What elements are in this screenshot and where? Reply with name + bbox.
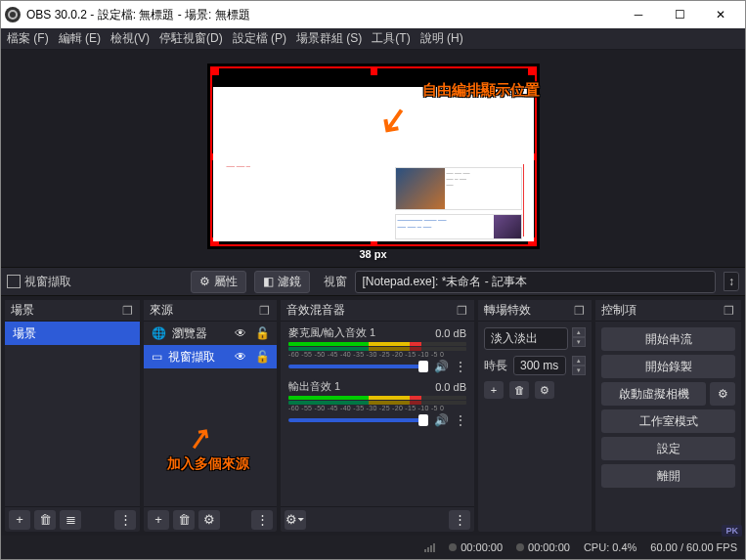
menu-edit[interactable]: 編輯 (E) [59,30,101,47]
volume-slider[interactable] [288,418,428,422]
channel-more-button[interactable]: ⋮ [455,360,466,373]
vu-meter [288,342,466,346]
scenes-dock: 場景❐ 場景 + 🗑 ≣ ⋮ [5,300,140,532]
mixer-title: 音效混音器 [286,302,345,319]
preview-area[interactable]: 38 px ── ── ─ ── ── ──── ─ ──── ────── ─… [1,50,745,267]
delete-source-button[interactable]: 🗑 [173,510,195,530]
start-virtualcam-button[interactable]: 啟動虛擬相機 [601,382,706,406]
channel-more-button[interactable]: ⋮ [455,413,466,427]
menu-file[interactable]: 檔案 (F) [7,30,49,47]
transition-select-spin[interactable]: ▴▾ [572,327,586,350]
source-item-browser[interactable]: 🌐 瀏覽器 👁 🔓 [144,322,277,345]
mixer-advanced-button[interactable]: ⚙⏷ [285,510,306,530]
duration-input[interactable]: 300 ms [513,356,566,375]
lock-toggle[interactable]: 🔓 [255,326,269,340]
mixer-dock: 音效混音器❐ 麥克風/輸入音效 10.0 dB -60 -55 -50 -45 … [281,300,474,532]
mixer-more-button[interactable]: ⋮ [449,510,470,530]
duration-label: 時長 [484,358,507,374]
captured-text: ── ── ─ [227,163,251,169]
transitions-title: 轉場特效 [484,302,531,319]
menu-profile[interactable]: 設定檔 (P) [233,30,286,47]
titlebar[interactable]: OBS 30.0.2 - 設定檔: 無標題 - 場景: 無標題 ─ ☐ ✕ [1,1,745,28]
vu-meter [288,396,466,400]
mixer-channel-mic: 麥克風/輸入音效 10.0 dB -60 -55 -50 -45 -40 -35… [281,322,474,375]
speaker-icon[interactable]: 🔊 [434,360,449,373]
start-streaming-button[interactable]: 開始串流 [601,327,735,351]
scene-more-button[interactable]: ⋮ [114,510,136,530]
selected-source-name: 視窗擷取 [24,274,71,290]
delete-transition-button[interactable]: 🗑 [509,381,529,399]
live-dot-icon [449,543,457,551]
network-icon [424,542,435,552]
mixer-channel-desktop: 輸出音效 10.0 dB -60 -55 -50 -45 -40 -35 -30… [281,375,474,429]
visibility-toggle[interactable]: 👁 [232,326,249,340]
channel-db: 0.0 dB [435,327,466,339]
resize-handle-tm[interactable] [371,68,377,75]
channel-db: 0.0 dB [435,381,466,393]
cpu-usage: CPU: 0.4% [584,541,636,553]
transitions-dock: 轉場特效❐ 淡入淡出 ▴▾ 時長 300 ms ▴▾ + 🗑 ⚙ [478,300,592,532]
popout-icon[interactable]: ❐ [120,304,134,318]
captured-divider [523,164,524,237]
sources-dock: 來源❐ 🌐 瀏覽器 👁 🔓 ▭ 視窗擷取 👁 🔓 加入多個來源 + [144,300,277,532]
meter-ticks: -60 -55 -50 -45 -40 -35 -30 -25 -20 -15 … [288,405,466,411]
annotation-arrow-icon [187,422,221,456]
source-properties-button[interactable]: ⚙ [198,510,220,530]
menu-dock[interactable]: 停駐視窗(D) [159,30,223,47]
visibility-toggle[interactable]: 👁 [232,350,249,364]
menu-tools[interactable]: 工具(T) [372,30,410,47]
preview-canvas[interactable]: 38 px ── ── ─ ── ── ──── ─ ──── ────── ─… [207,64,540,249]
popout-icon[interactable]: ❐ [455,304,468,318]
menu-help[interactable]: 說明 (H) [420,30,463,47]
close-button[interactable]: ✕ [700,1,741,28]
menu-view[interactable]: 檢視(V) [110,30,150,47]
exit-button[interactable]: 離開 [601,464,735,488]
sources-title: 來源 [150,302,173,319]
scenes-title: 場景 [11,302,34,319]
popout-icon[interactable]: ❐ [722,304,735,318]
stream-time: 00:00:00 [449,541,503,553]
window-select[interactable]: [Notepad.exe]: *未命名 - 記事本 [355,271,716,293]
resize-handle-tr[interactable] [528,68,535,75]
properties-button[interactable]: ⚙屬性 [191,271,246,293]
controls-title: 控制項 [601,302,636,319]
scene-filter-button[interactable]: ≣ [60,510,81,530]
resize-handle-tl[interactable] [212,68,219,75]
window-select-caret-icon[interactable]: ↕ [724,272,739,291]
menu-bar: 檔案 (F) 編輯 (E) 檢視(V) 停駐視窗(D) 設定檔 (P) 場景群組… [1,28,745,50]
menu-scenecollection[interactable]: 場景群組 (S) [296,30,362,47]
filter-icon: ◧ [263,275,274,288]
filters-button[interactable]: ◧濾鏡 [254,271,310,293]
delete-scene-button[interactable]: 🗑 [34,510,56,530]
add-scene-button[interactable]: + [9,510,30,530]
window-select-label: 視窗 [324,274,347,290]
source-label: 瀏覽器 [172,325,226,342]
studio-mode-button[interactable]: 工作室模式 [601,409,735,433]
transition-properties-button[interactable]: ⚙ [535,381,554,399]
popout-icon[interactable]: ❐ [572,304,586,318]
scene-item[interactable]: 場景 [5,322,140,345]
maximize-button[interactable]: ☐ [659,1,700,28]
source-more-button[interactable]: ⋮ [251,510,273,530]
fps-display: 60.00 / 60.00 FPS [650,541,737,553]
globe-icon: 🌐 [152,326,166,340]
add-transition-button[interactable]: + [484,381,504,399]
start-recording-button[interactable]: 開始錄製 [601,355,735,378]
scene-item-label: 場景 [13,325,36,342]
channel-name: 輸出音效 1 [288,379,340,394]
source-item-window-capture[interactable]: ▭ 視窗擷取 👁 🔓 [144,345,277,368]
transition-select[interactable]: 淡入淡出 [484,327,568,350]
minimize-button[interactable]: ─ [618,1,659,28]
meter-ticks: -60 -55 -50 -45 -40 -35 -30 -25 -20 -15 … [288,351,466,358]
window-icon: ▭ [152,350,162,364]
settings-button[interactable]: 設定 [601,437,735,460]
add-source-button[interactable]: + [148,510,169,530]
lock-toggle[interactable]: 🔓 [255,350,269,364]
volume-slider[interactable] [288,365,428,368]
speaker-icon[interactable]: 🔊 [434,413,449,427]
popout-icon[interactable]: ❐ [257,304,271,318]
annotation-preview: 自由編排顯示位置 [422,81,540,100]
virtualcam-settings-button[interactable]: ⚙ [710,382,735,406]
captured-thumb-2: ────── ─── ──── ── ─ ── [395,214,522,239]
duration-spin[interactable]: ▴▾ [572,356,586,375]
